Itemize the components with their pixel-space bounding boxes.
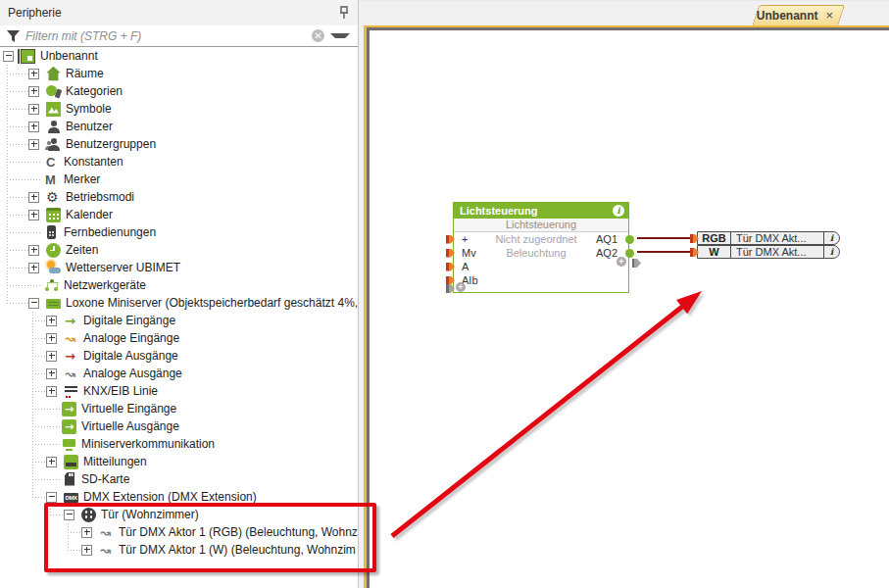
block-assignment-label: Beleuchtung (478, 246, 594, 260)
vo-icon (62, 419, 76, 434)
tree-item-label: Zeiten (66, 243, 98, 257)
tree-item[interactable]: Virtuelle Ausgänge (0, 417, 358, 435)
expand-icon[interactable] (28, 122, 39, 132)
expand-icon[interactable] (28, 86, 39, 97)
tree-item[interactable]: Mitteilungen (0, 453, 358, 470)
expand-icon[interactable] (46, 351, 57, 362)
tree-item[interactable]: Digitale Ausgänge (0, 347, 358, 365)
actor-name-label: Tür DMX Akt... (731, 246, 823, 258)
output-connector[interactable] (625, 249, 634, 258)
tree-item[interactable]: Analoge Eingänge (0, 329, 358, 347)
tab-unbenannt[interactable]: Unbenannt × (752, 5, 838, 26)
knx-icon (64, 384, 78, 399)
canvas-inner-border (367, 27, 889, 588)
expand-icon[interactable] (28, 69, 39, 79)
tree-item[interactable]: Kalender (0, 206, 358, 223)
ai-icon (64, 331, 78, 346)
tree-item[interactable]: Virtuelle Eingänge (0, 400, 358, 417)
tree-item[interactable]: Betriebsmodi (0, 188, 358, 206)
tree-item[interactable]: Unbenannt (0, 47, 358, 65)
filter-dropdown-icon[interactable] (330, 33, 350, 38)
tree-item-label: Wetterserver UBIMET (66, 261, 180, 274)
dmx-actor-box-rgb[interactable]: RGBTür DMX Akt...i (697, 231, 840, 245)
filter-icon (7, 30, 20, 42)
tree-item[interactable]: Zeiten (0, 241, 358, 259)
tree-item[interactable]: Benutzergruppen (0, 135, 358, 153)
clear-filter-icon[interactable]: ✕ (312, 29, 324, 42)
collapse-icon[interactable] (46, 492, 57, 503)
input-connector[interactable] (446, 263, 455, 271)
program-canvas[interactable] (370, 30, 889, 588)
tree-item[interactable]: Miniserverkommunikation (0, 435, 358, 453)
tree-item[interactable]: Räume (0, 65, 358, 82)
canvas-frame (364, 25, 889, 588)
tree-item-label: Digitale Ausgänge (83, 349, 178, 363)
block-assignment-label: Nicht zugeordnet (478, 232, 594, 246)
tree-item-label: Kalender (66, 208, 113, 221)
expand-icon[interactable] (28, 263, 39, 273)
dmx-actor-box-w[interactable]: WTür DMX Akt...i (697, 245, 840, 259)
tree-item[interactable]: Netzwerkgeräte (0, 276, 358, 294)
input-connector[interactable] (446, 249, 455, 258)
collapse-icon[interactable] (3, 51, 14, 62)
block-input-label: Mv (462, 246, 476, 260)
block-header[interactable]: Lichtsteuerung i (454, 203, 628, 219)
symbols-icon (46, 102, 61, 117)
input-connector[interactable] (446, 235, 455, 244)
add-input-button[interactable]: + (456, 282, 466, 292)
actor-info-icon[interactable]: i (823, 246, 839, 258)
tree-item[interactable]: Kategorien (0, 82, 358, 100)
mscomm-icon (62, 437, 76, 452)
tree-item-label: Benutzergruppen (66, 137, 156, 151)
block-info-icon[interactable]: i (613, 205, 624, 217)
block-output-label: AQ1 (596, 232, 617, 246)
network-icon (44, 278, 59, 293)
expand-icon[interactable] (28, 210, 39, 220)
filter-input[interactable]: Filtern mit (STRG + F) (25, 29, 312, 43)
do-icon (64, 349, 78, 364)
tab-strip: Unbenannt × (359, 0, 889, 26)
expand-icon[interactable] (46, 457, 57, 467)
weather-icon (46, 261, 61, 275)
expand-icon[interactable] (28, 245, 39, 256)
output-connector[interactable] (625, 235, 634, 244)
users-icon (46, 137, 61, 152)
expand-icon[interactable] (46, 386, 57, 397)
tree-item[interactable]: Fernbedienungen (0, 223, 358, 241)
tree-item[interactable]: Analoge Ausgänge (0, 365, 358, 382)
tab-close-icon[interactable]: × (826, 10, 834, 22)
tree-item-label: Miniserverkommunikation (81, 437, 215, 451)
expand-icon[interactable] (28, 104, 39, 115)
expand-icon[interactable] (46, 333, 57, 344)
add-output-button[interactable]: + (617, 257, 626, 267)
tree-item-label: Konstanten (64, 155, 123, 169)
tree-item[interactable]: Konstanten (0, 153, 358, 171)
function-block-lichtsteuerung[interactable]: Lichtsteuerung i Lichtsteuerung +MvAAIbN… (453, 202, 629, 293)
tree-item-label: Loxone Miniserver (Objektspeicherbedarf … (66, 296, 358, 310)
vi-icon (62, 402, 76, 416)
actor-info-icon[interactable]: i (823, 232, 839, 244)
tree-item-label: Kategorien (66, 84, 123, 98)
collapse-icon[interactable] (28, 298, 39, 309)
tree-item-label: Mitteilungen (83, 455, 147, 468)
tree-item[interactable]: Symbole (0, 100, 358, 118)
tree-item[interactable]: Benutzer (0, 118, 358, 135)
expand-icon[interactable] (46, 368, 57, 379)
expand-icon[interactable] (28, 139, 39, 150)
tree-item[interactable]: KNX/EIB Linie (0, 382, 358, 400)
sd-icon (62, 472, 76, 487)
tree-item[interactable]: Wetterserver UBIMET (0, 259, 358, 276)
input-connector[interactable] (446, 276, 455, 285)
expand-icon[interactable] (28, 192, 39, 203)
loxone-config-window: Peripherie Filtern mit (STRG + F) ✕ Unbe… (0, 0, 889, 588)
expand-icon[interactable] (46, 316, 57, 326)
periphery-panel: Peripherie Filtern mit (STRG + F) ✕ Unbe… (0, 0, 359, 588)
pin-icon[interactable] (338, 6, 350, 20)
tree-item[interactable]: Merker (0, 171, 358, 188)
tree-item-label: Betriebsmodi (66, 190, 134, 204)
input-connector-gray[interactable] (446, 284, 455, 293)
tree-item-label: Analoge Ausgänge (83, 367, 182, 380)
tree-item[interactable]: Digitale Eingänge (0, 312, 358, 329)
tree-item[interactable]: SD-Karte (0, 470, 358, 488)
tree-item[interactable]: Loxone Miniserver (Objektspeicherbedarf … (0, 294, 358, 312)
